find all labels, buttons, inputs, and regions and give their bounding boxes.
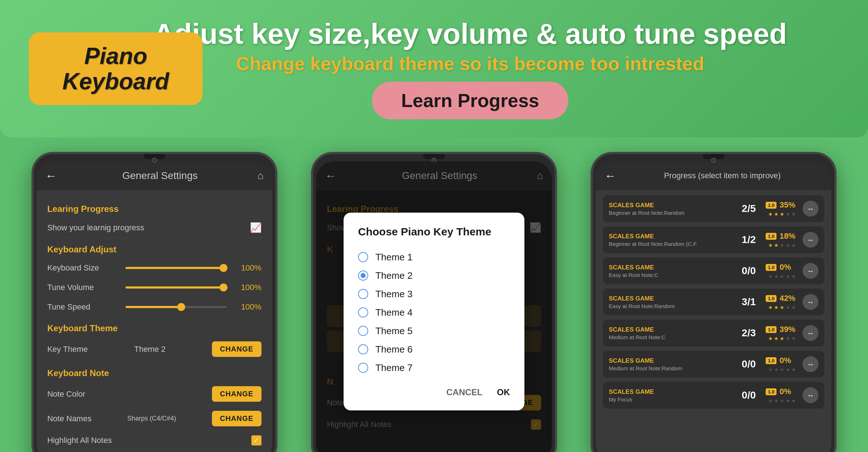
highlight-checkbox[interactable]: ✓ xyxy=(251,435,261,445)
phone-camera-3 xyxy=(711,158,716,163)
star-0: ★ xyxy=(780,211,784,217)
dialog-option-theme5[interactable]: Theme 5 xyxy=(358,322,510,340)
theme4-label: Theme 4 xyxy=(375,307,413,318)
phone-3: ← Progress (select item to improve) SCAL… xyxy=(591,152,837,452)
progress-percent-2: 0% xyxy=(779,263,791,272)
dialog-option-theme6[interactable]: Theme 6 xyxy=(358,340,510,359)
star-3: ★ xyxy=(774,304,779,310)
progress-nav-btn-1[interactable]: ↔ xyxy=(803,232,818,248)
radio-theme6[interactable] xyxy=(358,344,368,354)
phone-camera-1 xyxy=(152,158,157,163)
score-badge-0: 1.0 xyxy=(766,202,776,209)
radio-theme3[interactable] xyxy=(358,289,368,299)
progress-info-6: SCALES GAME My Focus xyxy=(609,388,732,402)
tune-speed-track[interactable] xyxy=(125,306,227,308)
tune-speed-row: Tune Speed 100% xyxy=(47,297,261,317)
logo-text: Piano Keyboard xyxy=(62,43,169,94)
star-2: ★ xyxy=(774,273,779,279)
settings-content-1: Learing Progress Show your learnig progr… xyxy=(37,190,272,452)
note-names-change-button[interactable]: CHANGE xyxy=(212,411,261,426)
theme7-label: Theme 7 xyxy=(375,362,413,374)
phones-container: ← General Settings ⌂ Learing Progress Sh… xyxy=(0,137,868,452)
star-6: ★ xyxy=(774,398,779,404)
score-badge-2: 1.0 xyxy=(766,264,776,271)
radio-theme5[interactable] xyxy=(358,326,368,336)
home-icon-1[interactable]: ⌂ xyxy=(258,170,264,182)
score-badge-4: 1.0 xyxy=(766,326,776,333)
progress-item-5[interactable]: SCALES GAME Medium at Root Note:Random 0… xyxy=(603,351,824,378)
progress-nav-btn-0[interactable]: ↔ xyxy=(803,201,818,217)
dialog-option-theme3[interactable]: Theme 3 xyxy=(358,285,510,303)
key-theme-label: Key Theme xyxy=(47,345,88,354)
back-icon-1[interactable]: ← xyxy=(45,169,57,183)
star-3: ★ xyxy=(786,304,790,310)
theme-dialog: Choose Piano Key Theme Theme 1 Theme 2 xyxy=(344,213,524,410)
note-names-value: Sharps (C4/C#4) xyxy=(127,415,176,422)
dialog-option-theme1[interactable]: Theme 1 xyxy=(358,248,510,266)
learn-progress-button[interactable]: Learn Progress xyxy=(372,82,568,119)
star-5: ★ xyxy=(780,367,784,372)
progress-percent-area-1: 1.0 18% ★★★★★ xyxy=(766,231,798,248)
star-3: ★ xyxy=(768,304,773,310)
theme1-label: Theme 1 xyxy=(375,252,413,263)
tune-speed-label: Tune Speed xyxy=(47,302,120,312)
progress-info-4: SCALES GAME Medium at Root Note:C xyxy=(609,326,732,340)
radio-theme4[interactable] xyxy=(358,307,368,317)
progress-percent-area-2: 1.0 0% ★★★★★ xyxy=(766,263,798,279)
note-names-row: Note Names Sharps (C4/C#4) CHANGE xyxy=(47,406,261,431)
keyboard-size-label: Keyboard Size xyxy=(47,263,120,273)
tune-volume-track[interactable] xyxy=(125,286,227,289)
phone-screen-2: ← General Settings ⌂ Learing Progress Sh… xyxy=(316,161,552,452)
back-icon-3[interactable]: ← xyxy=(604,169,616,183)
progress-item-0[interactable]: SCALES GAME Beginner at Root Note:Random… xyxy=(603,195,824,222)
star-4: ★ xyxy=(786,336,790,341)
keyboard-size-thumb[interactable] xyxy=(220,264,227,272)
progress-item-3[interactable]: SCALES GAME Easy at Root Note:Random 3/1… xyxy=(603,289,824,315)
progress-score-1: 1/2 xyxy=(736,234,761,246)
star-2: ★ xyxy=(768,273,773,279)
keyboard-size-row: Keyboard Size 100% xyxy=(47,258,261,278)
game-label-5: SCALES GAME xyxy=(609,357,732,364)
progress-item-1[interactable]: SCALES GAME Beginner at Root Note:Random… xyxy=(603,226,824,253)
progress-nav-btn-2[interactable]: ↔ xyxy=(803,263,818,279)
note-names-label: Note Names xyxy=(47,414,92,423)
game-sub-1: Beginner at Root Note:Random (C,F. xyxy=(609,241,732,247)
progress-item-6[interactable]: SCALES GAME My Focus 0/0 1.0 0% ★★★★★ ↔ xyxy=(603,382,824,409)
note-color-change-button[interactable]: CHANGE xyxy=(212,386,261,402)
progress-percent-area-6: 1.0 0% ★★★★★ xyxy=(766,387,798,404)
progress-score-4: 2/3 xyxy=(736,327,761,339)
tune-speed-fill xyxy=(125,306,181,308)
progress-nav-btn-6[interactable]: ↔ xyxy=(803,387,818,403)
tune-speed-thumb[interactable] xyxy=(177,303,185,311)
dialog-cancel-button[interactable]: CANCEL xyxy=(446,387,482,397)
progress-nav-btn-4[interactable]: ↔ xyxy=(803,325,818,341)
radio-theme2[interactable] xyxy=(358,270,368,281)
star-5: ★ xyxy=(786,367,790,372)
theme2-label: Theme 2 xyxy=(375,270,413,281)
radio-theme1[interactable] xyxy=(358,252,368,262)
dialog-option-theme7[interactable]: Theme 7 xyxy=(358,359,510,377)
progress-item-4[interactable]: SCALES GAME Medium at Root Note:C 2/3 1.… xyxy=(603,320,824,346)
radio-theme7[interactable] xyxy=(358,363,368,373)
stars-5: ★★★★★ xyxy=(766,367,798,372)
star-0: ★ xyxy=(791,211,796,217)
score-badge-3: 1.0 xyxy=(766,295,776,302)
star-4: ★ xyxy=(774,336,779,341)
game-label-6: SCALES GAME xyxy=(609,388,732,396)
progress-nav-btn-5[interactable]: ↔ xyxy=(803,356,818,372)
dialog-option-theme2[interactable]: Theme 2 xyxy=(358,266,510,285)
tune-volume-thumb[interactable] xyxy=(220,283,227,291)
keyboard-size-track[interactable] xyxy=(125,267,227,269)
key-theme-change-button[interactable]: CHANGE xyxy=(212,341,261,357)
dialog-option-theme4[interactable]: Theme 4 xyxy=(358,303,510,322)
stars-1: ★★★★★ xyxy=(766,242,798,248)
dialog-title: Choose Piano Key Theme xyxy=(358,226,510,238)
progress-nav-btn-3[interactable]: ↔ xyxy=(803,294,818,310)
progress-percent-6: 0% xyxy=(779,387,791,396)
progress-item-2[interactable]: SCALES GAME Easy at Root Note:C 0/0 1.0 … xyxy=(603,257,824,284)
game-sub-5: Medium at Root Note:Random xyxy=(609,365,732,371)
star-5: ★ xyxy=(791,367,796,372)
nav-title-3: Progress (select item to improve) xyxy=(622,171,823,180)
dialog-ok-button[interactable]: OK xyxy=(497,387,510,397)
tune-speed-value: 100% xyxy=(233,302,261,312)
